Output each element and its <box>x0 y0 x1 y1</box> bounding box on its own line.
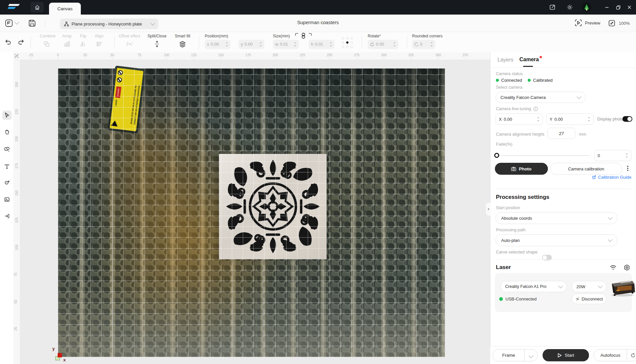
usb-status: USB-Connected <box>499 296 537 301</box>
right-panel: Layers Camera Camera status Connected Ca… <box>490 52 636 364</box>
calibration-guide-link[interactable]: Calibration Guide <box>598 175 631 180</box>
ruler-tick: 225 <box>15 109 19 114</box>
stepper-icon[interactable] <box>537 116 540 122</box>
tab-canvas[interactable]: Canvas <box>49 3 81 15</box>
image-tool[interactable] <box>2 195 12 204</box>
info-icon[interactable] <box>533 107 538 111</box>
stepper-icon[interactable] <box>394 42 396 47</box>
title-bar: Canvas <box>0 0 636 15</box>
panel-collapse-handle[interactable] <box>486 203 491 216</box>
device-settings-icon[interactable] <box>624 264 630 271</box>
start-position-dropdown[interactable]: Absolute coords <box>496 212 617 224</box>
trace-tool[interactable] <box>2 178 12 187</box>
divider <box>407 36 407 48</box>
stepper-icon[interactable] <box>294 42 296 47</box>
laser-warning-sticker: DANGER LASER AVOID EYE OR SKIN EXPOSURE … <box>110 68 143 131</box>
laser-heading: Laser <box>496 264 511 271</box>
autofocus-refresh-icon[interactable] <box>627 353 636 358</box>
tab-layers[interactable]: Layers <box>498 57 513 63</box>
tab-camera-label: Camera <box>519 57 539 62</box>
divider <box>114 36 115 48</box>
preview-button[interactable]: Preview <box>574 19 600 27</box>
stepper-icon[interactable] <box>330 42 332 47</box>
camera-status-label: Camera status <box>496 71 523 76</box>
zoom-level[interactable]: 100% <box>619 21 630 26</box>
frame-label: Frame <box>493 353 524 358</box>
ruler-corner[interactable] <box>13 52 20 60</box>
ruler-tick: 225 <box>300 53 305 57</box>
rounded-corners-input[interactable]: 0 <box>412 40 435 49</box>
fine-tune-y-input[interactable]: Y0.00 <box>546 114 594 125</box>
disconnect-button[interactable]: Disconnect <box>572 294 607 304</box>
more-options-button[interactable] <box>627 165 628 172</box>
ruler-vertical: 275250225200175150125100755025 <box>13 60 20 364</box>
processing-path-dropdown[interactable]: Auto-plan <box>496 234 617 246</box>
ruler-tick: 275 <box>15 60 19 60</box>
play-icon <box>557 353 562 358</box>
status-dot-green <box>496 79 499 82</box>
offset-effect-button[interactable] <box>126 40 133 48</box>
import-tool[interactable] <box>2 211 12 221</box>
anchor-point-grid[interactable] <box>342 37 353 48</box>
stepper-icon[interactable] <box>626 153 628 158</box>
corner-radius-icon <box>414 42 418 46</box>
aspect-lock-icon[interactable] <box>295 32 312 39</box>
ruler-horizontal: -250255075100125150175200225250275300325… <box>13 52 490 60</box>
pan-tool[interactable] <box>2 127 12 137</box>
stepper-icon[interactable] <box>431 42 433 47</box>
size-w-input[interactable]: w0.01 <box>273 40 299 49</box>
array-button[interactable] <box>63 40 71 48</box>
shapes-tool[interactable] <box>2 145 12 154</box>
size-h-input[interactable]: h0.01 <box>309 40 335 49</box>
value: 0 <box>598 153 624 158</box>
smart-fill-button[interactable]: AI <box>179 40 186 48</box>
laser-power-dropdown[interactable]: 20W <box>572 281 607 292</box>
ruler-tick: 50 <box>14 300 18 303</box>
select-tool[interactable] <box>2 111 12 120</box>
stepper-icon[interactable] <box>226 42 228 47</box>
frame-options-chevron[interactable] <box>525 353 537 357</box>
alignment-height-input[interactable]: 27 <box>548 128 575 139</box>
wifi-icon[interactable] <box>610 265 616 270</box>
split-close-button[interactable] <box>153 40 161 48</box>
home-button[interactable] <box>30 2 44 13</box>
display-photo-toggle[interactable] <box>622 116 632 122</box>
autofocus-button[interactable]: Autofocus <box>594 349 636 361</box>
account-avatar[interactable] <box>582 2 592 12</box>
stepper-icon[interactable] <box>588 116 590 122</box>
position-y-input[interactable]: y0.00 <box>238 40 264 49</box>
ruler-tick: 50 <box>110 53 114 57</box>
close-button[interactable] <box>623 2 636 13</box>
feedback-button[interactable] <box>546 2 559 13</box>
fine-tune-x-input[interactable]: X0.00 <box>496 114 543 125</box>
align-button[interactable] <box>95 40 103 48</box>
divider <box>362 36 362 48</box>
ruler-tick: 125 <box>191 53 197 57</box>
flip-button[interactable] <box>80 40 87 48</box>
camera-calibration-button[interactable]: Camera calibration <box>550 163 622 175</box>
position-x-input[interactable]: x0.00 <box>205 40 231 49</box>
undo-button[interactable] <box>5 38 12 46</box>
edit-toolbar: Combine Array Flip Align Offset effect S… <box>0 32 636 52</box>
photo-button[interactable]: Photo <box>495 163 548 175</box>
stepper-icon[interactable] <box>260 42 262 47</box>
coaster-design-object[interactable] <box>219 154 327 259</box>
rotate-input[interactable]: 0.00 <box>368 40 398 49</box>
laser-model-dropdown[interactable]: Creality Falcon A1 Pro <box>501 281 567 292</box>
combine-button[interactable] <box>43 40 50 48</box>
divider <box>496 189 631 189</box>
start-position-label: Start position <box>496 205 520 210</box>
fade-slider-track[interactable] <box>497 155 590 156</box>
display-photo-label: Display photo <box>597 116 623 121</box>
fade-value-input[interactable]: 0 <box>594 150 631 161</box>
frame-button[interactable]: Frame <box>493 349 538 361</box>
camera-select-dropdown[interactable]: Creality Falcon Camera <box>496 92 586 103</box>
start-button[interactable]: Start <box>543 349 589 361</box>
redo-button[interactable] <box>17 38 25 46</box>
fit-view-button[interactable] <box>608 20 615 27</box>
tab-camera[interactable]: Camera <box>519 57 539 63</box>
text-tool[interactable] <box>2 162 12 171</box>
fade-slider-knob[interactable] <box>494 153 499 158</box>
tool-rail <box>0 52 13 364</box>
settings-button[interactable] <box>563 2 576 13</box>
